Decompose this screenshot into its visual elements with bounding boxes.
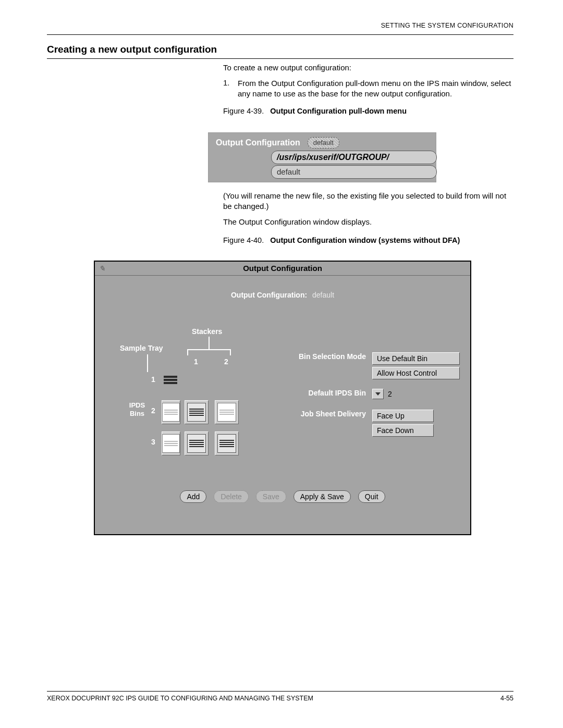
intro-text: To create a new output configuration: bbox=[223, 63, 513, 73]
running-header-text: SETTING THE SYSTEM CONFIGURATION bbox=[381, 22, 513, 29]
figure-39-title: Output Configuration pull-down menu bbox=[270, 107, 407, 115]
ipds-row-1: 1 bbox=[151, 375, 155, 384]
save-button: Save bbox=[256, 490, 286, 503]
apply-save-button[interactable]: Apply & Save bbox=[293, 490, 351, 503]
pulldown-path: /usr/ips/xuserif/OUTGROUP/ bbox=[271, 151, 437, 164]
sample-tray-bin-1[interactable] bbox=[162, 371, 179, 389]
page-icon bbox=[217, 434, 236, 453]
job-sheet-face-down[interactable]: Face Down bbox=[372, 424, 434, 437]
stacker-col-1: 1 bbox=[194, 357, 198, 366]
page-icon bbox=[187, 403, 206, 422]
figure-40-label: Figure 4-40. bbox=[223, 236, 264, 244]
job-sheet-delivery-group: Job Sheet Delivery Face Up Face Down bbox=[283, 410, 434, 437]
output-config-window: ✎ Output Configuration Output Configurat… bbox=[94, 261, 471, 535]
bin-selection-allow-host[interactable]: Allow Host Control bbox=[372, 367, 460, 379]
footer-page-number: 4-55 bbox=[500, 695, 513, 702]
pulldown-title: Output Configuration bbox=[216, 138, 300, 147]
stackers-label: Stackers bbox=[192, 327, 222, 336]
ipds-row-3: 3 bbox=[151, 438, 155, 446]
figure-39-caption: Figure 4-39. Output Configuration pull-d… bbox=[223, 107, 513, 115]
quit-button[interactable]: Quit bbox=[358, 490, 385, 503]
pulldown-selected[interactable]: default bbox=[308, 137, 339, 149]
output-config-pulldown: Output Configuration default /usr/ips/xu… bbox=[209, 133, 436, 182]
config-subtitle-label: Output Configuration: bbox=[231, 291, 307, 299]
note-rename: (You will rename the new file, so the ex… bbox=[223, 191, 513, 212]
step-1-number: 1. bbox=[223, 78, 234, 99]
stacker-col-2: 2 bbox=[224, 357, 228, 366]
default-ipds-bin-value: 2 bbox=[388, 390, 392, 398]
window-titlebar: ✎ Output Configuration bbox=[95, 262, 470, 276]
page-icon bbox=[187, 434, 206, 453]
ipds-bins-label: IPDS Bins bbox=[126, 401, 148, 417]
stacker-1-bin-2[interactable] bbox=[185, 400, 209, 424]
add-button[interactable]: Add bbox=[180, 490, 206, 503]
page-footer: XEROX DOCUPRINT 92C IPS GUIDE TO CONFIGU… bbox=[47, 691, 513, 702]
pulldown-option-default[interactable]: default bbox=[271, 165, 437, 179]
stacker-1-bin-3[interactable] bbox=[185, 431, 209, 455]
config-subtitle: Output Configuration: default bbox=[95, 291, 470, 299]
section-heading: Creating a new output configuration bbox=[47, 44, 513, 59]
guide-line bbox=[187, 349, 231, 350]
page-icon bbox=[217, 403, 236, 422]
default-ipds-bin-label: Default IPDS Bin bbox=[283, 389, 366, 397]
footer-text: XEROX DOCUPRINT 92C IPS GUIDE TO CONFIGU… bbox=[47, 695, 313, 702]
figure-40-caption: Figure 4-40. Output Configuration window… bbox=[223, 236, 513, 244]
sample-tray-bin-2[interactable] bbox=[162, 400, 180, 424]
sample-tray-bin-3[interactable] bbox=[162, 431, 180, 455]
bin-selection-use-default[interactable]: Use Default Bin bbox=[372, 352, 460, 365]
stacker-2-bin-3[interactable] bbox=[215, 431, 239, 455]
bin-selection-mode-group: Bin Selection Mode Use Default Bin Allow… bbox=[283, 352, 460, 379]
stacker-2-bin-2[interactable] bbox=[215, 400, 239, 424]
figure-40-title: Output Configuration window (systems wit… bbox=[270, 236, 460, 244]
config-subtitle-value: default bbox=[312, 291, 334, 299]
sample-tray-label: Sample Tray bbox=[120, 344, 163, 352]
running-header: SETTING THE SYSTEM CONFIGURATION bbox=[47, 22, 513, 35]
guide-line bbox=[187, 349, 188, 355]
guide-line bbox=[147, 354, 148, 372]
job-sheet-delivery-label: Job Sheet Delivery bbox=[283, 410, 366, 418]
page-icon bbox=[162, 403, 180, 422]
job-sheet-face-up[interactable]: Face Up bbox=[372, 410, 434, 422]
tray-icon bbox=[164, 382, 177, 384]
default-ipds-bin-group: Default IPDS Bin 2 bbox=[283, 389, 392, 399]
window-title: Output Configuration bbox=[95, 262, 470, 275]
step-1: 1. From the Output Configuration pull-do… bbox=[223, 78, 513, 99]
step-1-text: From the Output Configuration pull-down … bbox=[238, 78, 513, 99]
delete-button: Delete bbox=[214, 490, 248, 503]
guide-line bbox=[230, 349, 231, 355]
ipds-row-2: 2 bbox=[151, 406, 155, 415]
window-menu-icon[interactable]: ✎ bbox=[99, 264, 107, 273]
figure-39-label: Figure 4-39. bbox=[223, 107, 264, 115]
guide-line bbox=[209, 337, 210, 349]
window-button-row: Add Delete Save Apply & Save Quit bbox=[95, 490, 470, 503]
bin-selection-mode-label: Bin Selection Mode bbox=[283, 352, 366, 361]
page-icon bbox=[162, 434, 180, 453]
note-window-displays: The Output Configuration window displays… bbox=[223, 217, 513, 227]
default-ipds-bin-dropdown[interactable] bbox=[372, 389, 384, 399]
